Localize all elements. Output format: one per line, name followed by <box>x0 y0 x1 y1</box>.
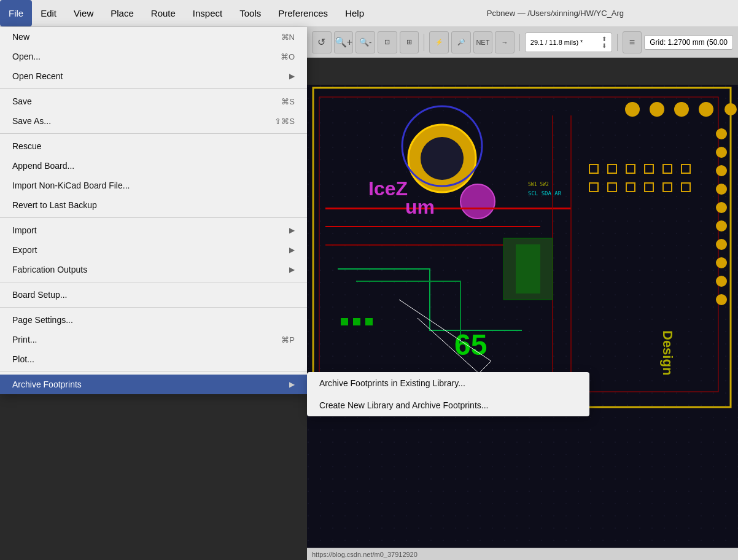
svg-point-22 <box>460 184 495 219</box>
menu-view[interactable]: View <box>65 0 102 26</box>
submenu-item-create-library[interactable]: Create New Library and Archive Footprint… <box>307 394 589 416</box>
submenu-item-archive-existing[interactable]: Archive Footprints in Existing Library..… <box>307 372 589 394</box>
separator2 <box>519 34 520 51</box>
menu-item-import[interactable]: Import ▶ <box>0 220 307 240</box>
menu-item-open[interactable]: Open... ⌘O <box>0 47 307 66</box>
svg-point-15 <box>716 220 727 231</box>
inspect-btn[interactable]: 🔎 <box>451 31 471 53</box>
menu-file[interactable]: File <box>0 0 32 26</box>
undo-btn[interactable]: ↺ <box>312 31 332 53</box>
separator-5 <box>0 307 307 308</box>
toolbar-row1: ↺ 🔍+ 🔍- ⊡ ⊞ ⚡ 🔎 NET → 29.1 / 11.8 mils) … <box>307 27 738 58</box>
svg-point-19 <box>716 294 727 305</box>
separator-1 <box>0 88 307 89</box>
menu-item-append-board[interactable]: Append Board... <box>0 156 307 176</box>
svg-text:Design: Design <box>660 330 675 375</box>
svg-point-5 <box>625 102 640 117</box>
menu-item-page-settings[interactable]: Page Settings... <box>0 310 307 330</box>
svg-rect-32 <box>341 318 348 325</box>
menu-inspect[interactable]: Inspect <box>184 0 231 26</box>
svg-rect-24 <box>325 208 571 209</box>
svg-text:um: um <box>405 196 435 218</box>
svg-point-14 <box>716 202 727 213</box>
export-arrow: ▶ <box>289 246 295 254</box>
menu-item-import-nonkicad[interactable]: Import Non-KiCad Board File... <box>0 176 307 195</box>
svg-rect-34 <box>365 318 373 325</box>
file-menu: New ⌘N Open... ⌘O Open Recent ▶ Save ⌘S … <box>0 27 307 394</box>
zoom-fit-btn[interactable]: ⊡ <box>378 31 397 53</box>
svg-point-17 <box>716 257 727 268</box>
svg-point-8 <box>699 102 713 117</box>
svg-rect-25 <box>325 226 540 227</box>
menu-preferences[interactable]: Preferences <box>270 0 336 26</box>
archive-submenu: Archive Footprints in Existing Library..… <box>307 372 589 416</box>
open-recent-arrow: ▶ <box>289 72 295 80</box>
svg-point-18 <box>716 276 727 287</box>
svg-text:SCL SDA AR: SCL SDA AR <box>528 190 562 196</box>
separator-3 <box>0 217 307 218</box>
svg-point-16 <box>716 239 727 250</box>
menu-item-open-recent[interactable]: Open Recent ▶ <box>0 66 307 86</box>
menu-item-board-setup[interactable]: Board Setup... <box>0 285 307 305</box>
net-btn[interactable]: NET <box>473 31 493 53</box>
menubar: File Edit View Place Route Inspect Tools… <box>0 0 738 27</box>
menu-item-new[interactable]: New ⌘N <box>0 27 307 47</box>
svg-rect-2 <box>307 85 738 548</box>
layers-btn[interactable]: ≡ <box>623 31 642 53</box>
svg-point-21 <box>421 137 464 180</box>
separator-4 <box>0 282 307 282</box>
zoom-out-btn[interactable]: 🔍- <box>355 31 375 53</box>
pcb-canvas: IceZ um SCL SDA AR SW1 SW2 65 Design <box>307 85 738 548</box>
svg-point-7 <box>674 102 689 117</box>
menu-item-revert[interactable]: Revert to Last Backup <box>0 195 307 215</box>
coord-spinner[interactable]: ⬆⬇ <box>602 36 607 49</box>
svg-point-10 <box>716 128 727 139</box>
grid-display: Grid: 1.2700 mm (50.00 <box>644 35 733 50</box>
menu-tools[interactable]: Tools <box>231 0 270 26</box>
fabrication-arrow: ▶ <box>289 265 295 274</box>
zoom-area-btn[interactable]: ⊞ <box>400 31 419 53</box>
menu-item-archive-footprints[interactable]: Archive Footprints ▶ <box>0 375 307 394</box>
svg-text:SW1 SW2: SW1 SW2 <box>528 182 549 187</box>
archive-arrow: ▶ <box>289 380 295 389</box>
svg-text:65: 65 <box>454 329 487 361</box>
menu-item-fabrication[interactable]: Fabrication Outputs ▶ <box>0 260 307 279</box>
window-title: Pcbnew — /Users/xinning/HW/YC_Arg <box>373 9 738 18</box>
menu-item-print[interactable]: Print... ⌘P <box>0 330 307 349</box>
svg-point-13 <box>716 184 727 195</box>
separator-6 <box>0 371 307 372</box>
menu-item-rescue[interactable]: Rescue <box>0 136 307 156</box>
separator-2 <box>0 133 307 134</box>
menu-help[interactable]: Help <box>336 0 373 26</box>
separator1 <box>424 34 424 51</box>
svg-text:IceZ: IceZ <box>368 177 408 200</box>
zoom-in-btn[interactable]: 🔍+ <box>334 31 354 53</box>
svg-point-6 <box>650 102 664 117</box>
svg-rect-36 <box>516 244 540 294</box>
svg-point-12 <box>716 165 727 176</box>
coord-display[interactable]: 29.1 / 11.8 mils) * ⬆⬇ <box>525 33 612 52</box>
menu-item-save-as[interactable]: Save As... ⇧⌘S <box>0 111 307 131</box>
menu-route[interactable]: Route <box>142 0 184 26</box>
menu-item-export[interactable]: Export ▶ <box>0 240 307 260</box>
export-btn[interactable]: → <box>495 31 515 53</box>
svg-point-9 <box>724 103 737 115</box>
separator3 <box>617 34 618 51</box>
menu-edit[interactable]: Edit <box>32 0 65 26</box>
menu-item-plot[interactable]: Plot... <box>0 349 307 369</box>
menu-item-save[interactable]: Save ⌘S <box>0 91 307 111</box>
ratsnest-btn[interactable]: ⚡ <box>429 31 449 53</box>
import-arrow: ▶ <box>289 226 295 235</box>
menu-place[interactable]: Place <box>102 0 142 26</box>
svg-rect-33 <box>353 318 360 325</box>
svg-point-11 <box>716 147 727 158</box>
svg-rect-26 <box>325 244 510 246</box>
statusbar: https://blog.csdn.net/m0_37912920 <box>307 548 738 560</box>
